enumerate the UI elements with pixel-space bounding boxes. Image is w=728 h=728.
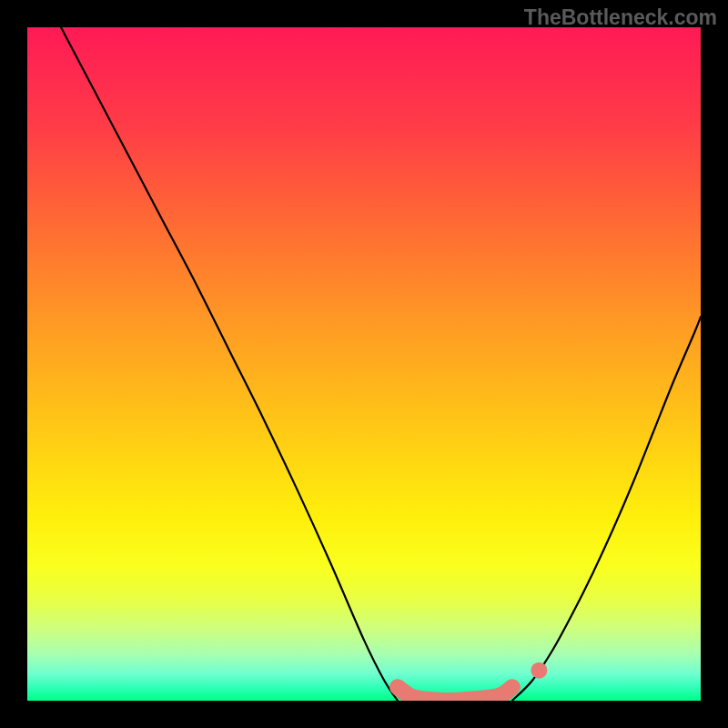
curve-svg	[27, 27, 701, 701]
chart-container: TheBottleneck.com	[0, 0, 728, 728]
left-curve	[61, 27, 398, 701]
valley-band	[398, 687, 512, 701]
right-curve	[512, 317, 701, 701]
plot-area	[27, 27, 701, 701]
watermark-text: TheBottleneck.com	[524, 5, 717, 30]
valley-marker-dot	[531, 662, 547, 679]
